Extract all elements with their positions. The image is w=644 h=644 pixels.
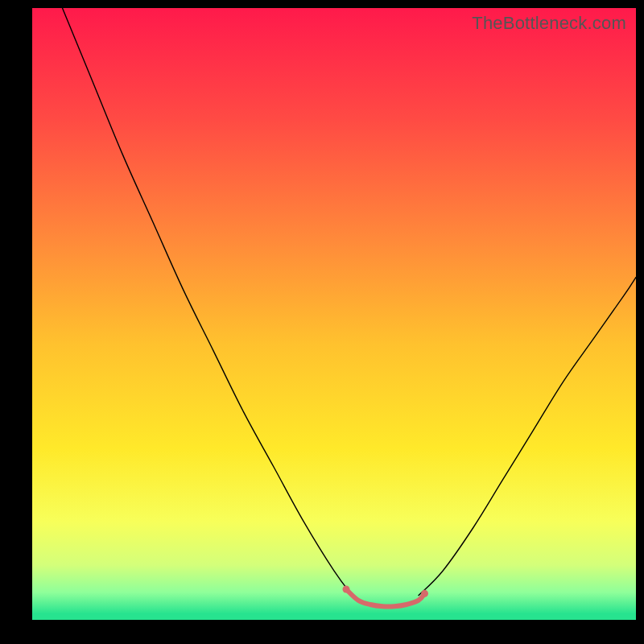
watermark-text: TheBottleneck.com [472,13,626,34]
chart-frame: TheBottleneck.com [32,8,636,620]
chart-background [32,8,636,620]
chart-plot [32,8,636,620]
series-valley-endpoint [343,586,350,593]
series-valley-endpoint [421,590,428,597]
